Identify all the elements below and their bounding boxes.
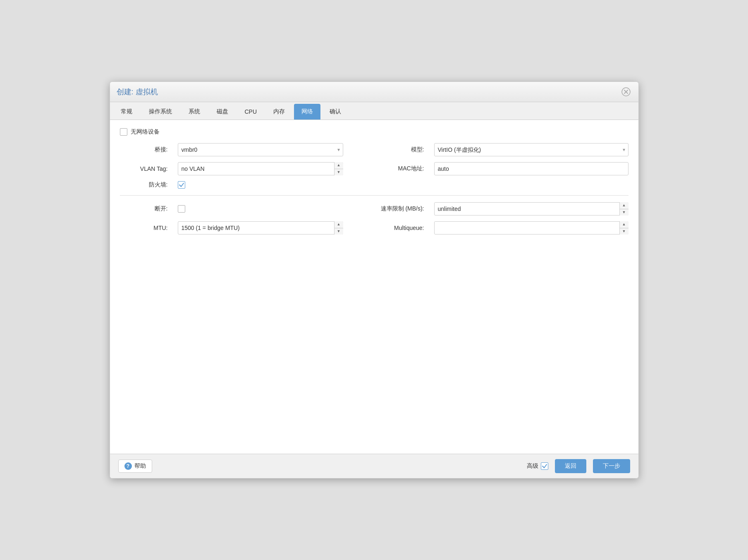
dialog-header: 创建: 虚拟机 — [110, 82, 638, 102]
help-label: 帮助 — [134, 462, 146, 470]
multiqueue-down-button[interactable]: ▼ — [620, 228, 629, 235]
model-label: 模型: — [351, 146, 426, 153]
bridge-label: 桥接: — [120, 146, 170, 153]
rate-input[interactable] — [434, 202, 629, 215]
no-network-label: 无网络设备 — [131, 128, 160, 136]
multiqueue-spinner-wrapper: ▲ ▼ — [434, 221, 629, 235]
advanced-label: 高级 — [527, 462, 538, 470]
tab-network[interactable]: 网络 — [294, 104, 320, 120]
rate-spinner-wrapper: ▲ ▼ — [434, 202, 629, 215]
mac-input[interactable]: auto — [434, 162, 629, 175]
model-select-wrapper: VirtIO (半虚拟化) ▾ — [434, 143, 629, 156]
rate-label: 速率限制 (MB/s): — [351, 205, 426, 213]
rate-spinners: ▲ ▼ — [619, 202, 629, 215]
vlan-up-button[interactable]: ▲ — [335, 162, 343, 169]
no-network-checkbox[interactable] — [120, 128, 127, 136]
form-divider — [120, 195, 629, 196]
rate-down-button[interactable]: ▼ — [620, 209, 629, 216]
dialog-body: 无网络设备 桥接: vmbr0 ▾ 模型: VirtIO (半虚拟化) ▾ VL… — [110, 120, 638, 454]
tab-disk[interactable]: 磁盘 — [209, 104, 236, 120]
dialog-title: 创建: 虚拟机 — [117, 87, 158, 97]
dialog-footer: ? 帮助 高级 返回 下一步 — [110, 454, 638, 478]
mtu-down-button[interactable]: ▼ — [335, 228, 343, 235]
bridge-select-wrapper: vmbr0 ▾ — [178, 143, 343, 156]
advanced-row: 高级 — [527, 462, 548, 470]
tab-memory[interactable]: 内存 — [266, 104, 292, 120]
mtu-label: MTU: — [120, 225, 170, 231]
close-button[interactable] — [620, 86, 632, 98]
vlan-spinners: ▲ ▼ — [334, 162, 343, 175]
footer-left: ? 帮助 — [118, 459, 152, 473]
no-network-row: 无网络设备 — [120, 128, 629, 136]
back-button[interactable]: 返回 — [555, 459, 586, 473]
disconnect-checkbox[interactable] — [178, 205, 185, 213]
question-icon: ? — [124, 462, 132, 470]
mtu-up-button[interactable]: ▲ — [335, 221, 343, 228]
mtu-input[interactable] — [178, 221, 343, 235]
multiqueue-up-button[interactable]: ▲ — [620, 221, 629, 228]
model-select[interactable]: VirtIO (半虚拟化) — [434, 143, 629, 156]
create-vm-dialog: 创建: 虚拟机 常规 操作系统 系统 磁盘 CPU 内存 网络 确认 无网络设备 — [110, 81, 639, 479]
mac-label: MAC地址: — [351, 165, 426, 172]
disconnect-checkbox-wrapper — [178, 205, 343, 213]
vlan-input[interactable] — [178, 162, 343, 175]
multiqueue-label: Multiqueue: — [351, 225, 426, 231]
firewall-checkbox[interactable] — [178, 181, 185, 189]
vlan-label: VLAN Tag: — [120, 165, 170, 172]
tab-os[interactable]: 操作系统 — [141, 104, 179, 120]
tab-general[interactable]: 常规 — [113, 104, 140, 120]
disconnect-label: 断开: — [120, 205, 170, 213]
vlan-spinner-wrapper: ▲ ▼ — [178, 162, 343, 175]
tab-bar: 常规 操作系统 系统 磁盘 CPU 内存 网络 确认 — [110, 102, 638, 120]
rate-up-button[interactable]: ▲ — [620, 202, 629, 209]
tab-confirm[interactable]: 确认 — [322, 104, 349, 120]
vlan-down-button[interactable]: ▼ — [335, 169, 343, 176]
next-button[interactable]: 下一步 — [593, 459, 630, 473]
help-button[interactable]: ? 帮助 — [118, 459, 152, 473]
firewall-label: 防火墙: — [120, 181, 170, 189]
tab-cpu[interactable]: CPU — [237, 104, 265, 119]
mtu-spinner-wrapper: ▲ ▼ — [178, 221, 343, 235]
firewall-checkbox-wrapper — [178, 181, 343, 189]
bridge-select[interactable]: vmbr0 — [178, 143, 343, 156]
tab-system[interactable]: 系统 — [181, 104, 208, 120]
footer-right: 高级 返回 下一步 — [527, 459, 630, 473]
multiqueue-spinners: ▲ ▼ — [619, 221, 629, 235]
multiqueue-input[interactable] — [434, 221, 629, 235]
mtu-spinners: ▲ ▼ — [334, 221, 343, 235]
advanced-checkbox[interactable] — [541, 462, 548, 470]
